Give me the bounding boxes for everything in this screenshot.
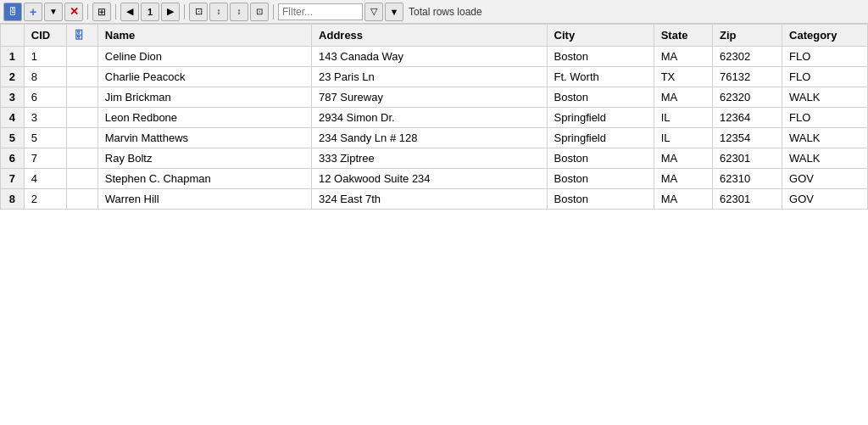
db-icon-button[interactable]: 🗄 xyxy=(3,3,22,21)
export-icon: ⊡ xyxy=(256,7,263,16)
cell-cid: 8 xyxy=(24,67,66,87)
table-row[interactable]: 1 1 Celine Dion 143 Canada Way Boston MA… xyxy=(1,47,868,67)
cell-icon xyxy=(67,169,98,189)
cell-city: Ft. Worth xyxy=(547,67,654,87)
cell-address: 324 East 7th xyxy=(312,189,548,210)
cell-name: Charlie Peacock xyxy=(97,67,311,87)
table-row[interactable]: 4 3 Leon Redbone 2934 Simon Dr. Springfi… xyxy=(1,108,868,128)
separator-2 xyxy=(115,4,116,20)
cell-name: Stephen C. Chapman xyxy=(97,169,311,189)
table-row[interactable]: 8 2 Warren Hill 324 East 7th Boston MA 6… xyxy=(1,189,868,210)
table-row[interactable]: 3 6 Jim Brickman 787 Sureway Boston MA 6… xyxy=(1,87,868,108)
filter-input[interactable] xyxy=(278,3,363,20)
cell-zip: 62301 xyxy=(713,189,782,210)
sort-button-2[interactable]: ↕ xyxy=(230,3,248,21)
cell-state: MA xyxy=(654,189,712,210)
delete-button[interactable]: ✕ xyxy=(64,3,83,21)
table-row[interactable]: 6 7 Ray Boltz 333 Ziptree Boston MA 6230… xyxy=(1,148,868,169)
add-button[interactable]: + xyxy=(24,3,42,21)
cell-city: Boston xyxy=(547,87,654,108)
next-icon: ▶ xyxy=(167,6,174,17)
cell-city: Springfield xyxy=(547,108,654,128)
cell-address: 234 Sandy Ln # 128 xyxy=(312,128,548,148)
cell-address: 787 Sureway xyxy=(312,87,548,108)
cell-icon xyxy=(67,128,98,148)
icon-header: 🗄 xyxy=(67,25,98,47)
data-table: CID 🗄 Name Address City State Zip Catego… xyxy=(0,24,868,210)
cell-category: WALK xyxy=(782,128,868,148)
page-1-label: 1 xyxy=(147,7,153,17)
cell-zip: 12364 xyxy=(713,108,782,128)
cell-state: MA xyxy=(654,169,712,189)
cell-icon xyxy=(67,47,98,67)
export-button[interactable]: ⊡ xyxy=(250,3,269,21)
cell-zip: 12354 xyxy=(713,128,782,148)
sort-button-1[interactable]: ↕ xyxy=(209,3,228,21)
row-number: 5 xyxy=(1,128,25,148)
cell-category: FLO xyxy=(782,67,868,87)
zip-header[interactable]: Zip xyxy=(713,25,782,47)
table-button[interactable]: ⊡ xyxy=(189,3,208,21)
cell-category: FLO xyxy=(782,108,868,128)
grid-button-1[interactable]: ⊞ xyxy=(92,3,111,21)
cell-icon xyxy=(67,87,98,108)
cell-cid: 7 xyxy=(24,148,66,169)
separator-4 xyxy=(273,4,274,20)
cell-state: IL xyxy=(654,108,712,128)
table-icon: ⊡ xyxy=(195,6,203,17)
cell-cid: 4 xyxy=(24,169,66,189)
filter-menu-button[interactable]: ▼ xyxy=(385,3,403,21)
cell-address: 12 Oakwood Suite 234 xyxy=(312,169,548,189)
filter-menu-icon: ▼ xyxy=(390,7,399,17)
cell-state: MA xyxy=(654,47,712,67)
cell-cid: 2 xyxy=(24,189,66,210)
prev-icon: ◀ xyxy=(126,6,133,17)
category-header[interactable]: Category xyxy=(782,25,868,47)
row-number: 1 xyxy=(1,47,25,67)
cell-zip: 62302 xyxy=(713,47,782,67)
separator-3 xyxy=(184,4,185,20)
name-header[interactable]: Name xyxy=(97,25,311,47)
cell-category: GOV xyxy=(782,169,868,189)
row-number: 8 xyxy=(1,189,25,210)
sort-icon-1: ↕ xyxy=(217,7,221,16)
cell-name: Jim Brickman xyxy=(97,87,311,108)
row-number: 6 xyxy=(1,148,25,169)
sort-icon-2: ↕ xyxy=(237,7,242,16)
next-button[interactable]: ▶ xyxy=(161,3,180,21)
dropdown-button[interactable]: ▼ xyxy=(44,3,63,21)
row-number: 3 xyxy=(1,87,25,108)
table-row[interactable]: 2 8 Charlie Peacock 23 Paris Ln Ft. Wort… xyxy=(1,67,868,87)
table-row[interactable]: 5 5 Marvin Matthews 234 Sandy Ln # 128 S… xyxy=(1,128,868,148)
cell-cid: 6 xyxy=(24,87,66,108)
table-header-row: CID 🗄 Name Address City State Zip Catego… xyxy=(1,25,868,47)
delete-icon: ✕ xyxy=(70,5,79,18)
cell-city: Boston xyxy=(547,148,654,169)
table-row[interactable]: 7 4 Stephen C. Chapman 12 Oakwood Suite … xyxy=(1,169,868,189)
row-number: 4 xyxy=(1,108,25,128)
cell-city: Boston xyxy=(547,47,654,67)
cell-icon xyxy=(67,67,98,87)
address-header[interactable]: Address xyxy=(312,25,548,47)
grid-icon-1: ⊞ xyxy=(97,6,106,18)
cell-zip: 62310 xyxy=(713,169,782,189)
cell-name: Marvin Matthews xyxy=(97,128,311,148)
page-1-button[interactable]: 1 xyxy=(141,3,159,21)
cell-icon xyxy=(67,108,98,128)
row-number: 7 xyxy=(1,169,25,189)
cell-address: 23 Paris Ln xyxy=(312,67,548,87)
cell-state: TX xyxy=(654,67,712,87)
cell-cid: 1 xyxy=(24,47,66,67)
filter-toggle-button[interactable]: ▽ xyxy=(364,3,383,21)
row-number: 2 xyxy=(1,67,25,87)
table-icon-header: 🗄 xyxy=(74,30,84,42)
city-header[interactable]: City xyxy=(547,25,654,47)
cell-state: IL xyxy=(654,128,712,148)
cell-name: Leon Redbone xyxy=(97,108,311,128)
cell-zip: 62301 xyxy=(713,148,782,169)
cell-address: 143 Canada Way xyxy=(312,47,548,67)
prev-button[interactable]: ◀ xyxy=(120,3,139,21)
cid-header[interactable]: CID xyxy=(24,25,66,47)
state-header[interactable]: State xyxy=(654,25,712,47)
table-container: CID 🗄 Name Address City State Zip Catego… xyxy=(0,24,868,425)
